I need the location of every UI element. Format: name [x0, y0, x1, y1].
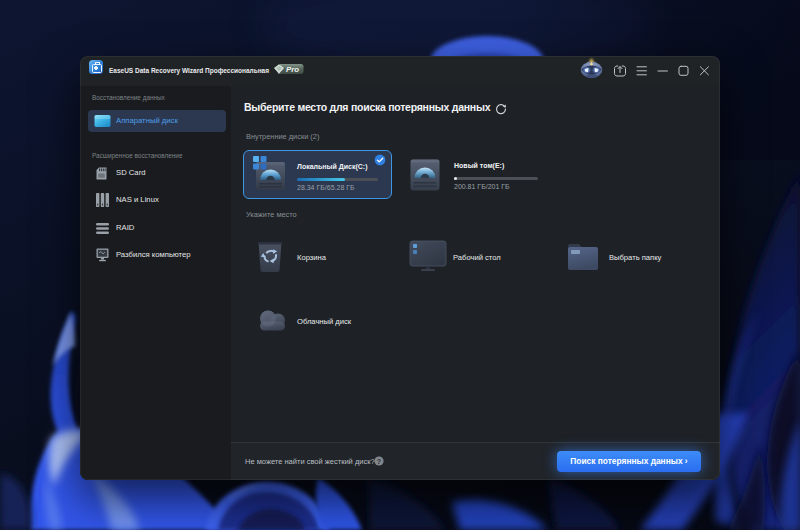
svg-text:?: ? — [377, 458, 381, 465]
svg-text:Pro: Pro — [286, 65, 299, 74]
